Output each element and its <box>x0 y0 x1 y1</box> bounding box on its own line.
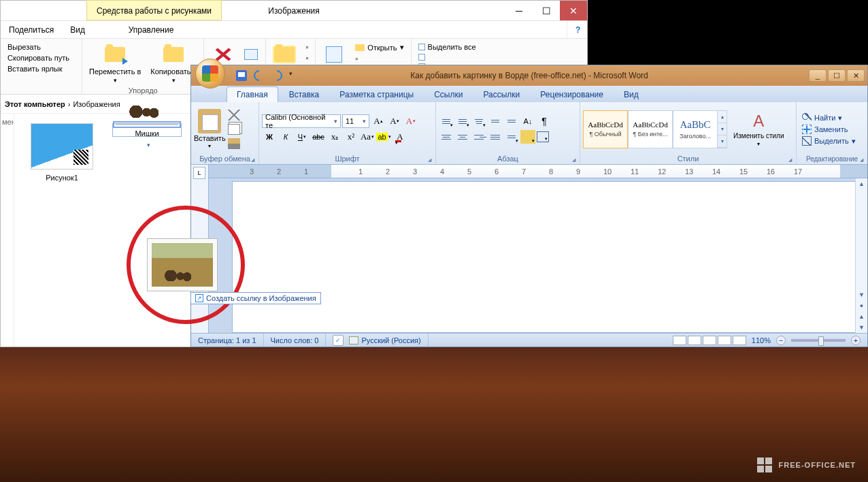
tab-mailings[interactable]: Рассылки <box>473 87 529 102</box>
borders-icon[interactable] <box>537 131 549 142</box>
styles-gallery-scroll[interactable]: ▴▾▾ <box>718 110 727 148</box>
chevron-right-icon: › <box>68 100 71 108</box>
breadcrumb-folder[interactable]: Изображения <box>73 100 120 108</box>
paste-shortcut-button[interactable]: Вставить ярлык <box>7 65 75 73</box>
tab-manage[interactable]: Управление <box>93 25 209 35</box>
bullets-icon[interactable] <box>439 114 454 128</box>
increase-indent-icon[interactable] <box>504 114 519 128</box>
tab-selector[interactable]: L <box>193 167 205 179</box>
close-button[interactable]: ✕ <box>560 1 587 20</box>
tab-references[interactable]: Ссылки <box>424 87 472 102</box>
subscript-button[interactable]: x₂ <box>327 130 342 144</box>
style-heading1[interactable]: AaBbCЗаголово... <box>673 110 718 148</box>
word-titlebar[interactable]: ▾ Как добавить картинку в Ворде (free-of… <box>191 65 867 86</box>
outline-view-icon[interactable] <box>718 336 731 345</box>
multilevel-list-icon[interactable] <box>471 114 486 128</box>
font-name-select[interactable]: Calibri (Основной те <box>262 114 341 128</box>
minimize-button[interactable]: _ <box>809 69 827 82</box>
change-case-button[interactable]: Aa <box>360 130 375 144</box>
document-page[interactable] <box>232 181 867 333</box>
select-none-button[interactable] <box>418 54 476 61</box>
qat-dropdown-icon[interactable]: ▾ <box>289 70 300 81</box>
redo-icon[interactable] <box>269 68 285 84</box>
sort-icon[interactable]: A↓ <box>520 114 535 128</box>
move-to-button[interactable]: Переместить в▾ <box>86 42 144 85</box>
copy-path-button[interactable]: Скопировать путь <box>7 54 75 62</box>
change-styles-button[interactable]: AИзменить стили▾ <box>729 110 788 148</box>
explorer-titlebar[interactable]: Средства работы с рисунками Изображения … <box>1 1 587 21</box>
superscript-button[interactable]: x² <box>344 130 358 144</box>
maximize-button[interactable]: ☐ <box>533 1 560 20</box>
tab-insert[interactable]: Вставка <box>280 87 329 102</box>
draft-view-icon[interactable] <box>733 336 746 345</box>
copy-icon[interactable] <box>228 124 240 135</box>
horizontal-ruler[interactable]: 321 1234567891011121314151617 <box>209 165 867 178</box>
open-button[interactable]: Открыть ▾ <box>355 43 403 52</box>
numbering-icon[interactable] <box>455 114 470 128</box>
zoom-slider[interactable] <box>791 339 846 342</box>
format-painter-icon[interactable] <box>228 138 240 149</box>
justify-icon[interactable] <box>488 130 503 144</box>
show-marks-icon[interactable]: ¶ <box>537 114 552 128</box>
web-layout-view-icon[interactable] <box>703 336 716 345</box>
clear-formatting-icon[interactable]: A <box>403 114 418 128</box>
file-item[interactable]: Рисунок1 <box>31 123 93 182</box>
quick-access-toolbar: ▾ <box>231 70 305 81</box>
grow-font-icon[interactable]: A▴ <box>371 114 386 128</box>
edit-button[interactable]: ▫ <box>355 54 403 63</box>
align-center-icon[interactable] <box>455 130 470 144</box>
bold-button[interactable]: Ж <box>262 130 277 144</box>
help-button[interactable]: ? <box>567 21 587 38</box>
status-word-count[interactable]: Число слов: 0 <box>264 334 327 347</box>
shrink-font-icon[interactable]: A▾ <box>387 114 402 128</box>
shortcut-icon <box>195 294 203 302</box>
style-normal[interactable]: AaBbCcDd¶ Обычный <box>583 110 628 148</box>
file-item[interactable]: Мишки <box>112 123 182 137</box>
font-size-select[interactable]: 11 <box>342 114 369 128</box>
italic-button[interactable]: К <box>278 130 293 144</box>
save-icon[interactable] <box>236 70 247 81</box>
vertical-scrollbar[interactable]: ▲▼●▲▼ <box>855 178 867 333</box>
shading-icon[interactable] <box>520 130 535 144</box>
easy-access-button[interactable]: ▫ <box>305 54 308 62</box>
tab-view[interactable]: Вид <box>614 87 648 102</box>
align-left-icon[interactable] <box>439 130 454 144</box>
contextual-tab-picture-tools[interactable]: Средства работы с рисунками <box>86 0 222 20</box>
status-language[interactable]: Русский (Россия) <box>326 334 428 347</box>
tab-share[interactable]: Поделиться <box>1 25 62 35</box>
breadcrumb-root[interactable]: Этот компьютер <box>5 100 65 108</box>
select-all-button[interactable]: Выделить все <box>418 43 476 51</box>
zoom-in-button[interactable]: + <box>851 336 861 345</box>
print-layout-view-icon[interactable] <box>673 336 686 345</box>
decrease-indent-icon[interactable] <box>488 114 503 128</box>
status-page[interactable]: Страница: 1 из 1 <box>191 334 264 347</box>
highlight-button[interactable]: ab <box>376 130 391 144</box>
underline-button[interactable]: Ч <box>295 130 310 144</box>
undo-icon[interactable] <box>252 68 267 84</box>
font-color-button[interactable]: A <box>393 130 407 144</box>
tab-review[interactable]: Рецензирование <box>531 87 613 102</box>
new-item-button[interactable]: ▫ <box>305 43 308 51</box>
strike-button[interactable]: abc <box>311 130 326 144</box>
zoom-out-button[interactable]: − <box>776 336 786 345</box>
nav-pane-edge: мена <box>1 114 14 347</box>
minimize-button[interactable]: ─ <box>505 1 533 20</box>
style-no-spacing[interactable]: AaBbCcDd¶ Без инте... <box>628 110 673 148</box>
tab-page-layout[interactable]: Разметка страницы <box>330 87 423 102</box>
align-right-icon[interactable] <box>471 130 486 144</box>
select-button[interactable]: Выделить ▾ <box>802 136 856 146</box>
full-screen-view-icon[interactable] <box>688 336 701 345</box>
paste-button[interactable]: Вставить▾ <box>194 109 226 149</box>
office-button[interactable] <box>195 59 225 89</box>
tab-home[interactable]: Главная <box>227 86 278 102</box>
line-spacing-icon[interactable] <box>504 130 519 144</box>
zoom-value[interactable]: 110% <box>752 336 771 344</box>
change-styles-icon: A <box>753 112 764 131</box>
maximize-button[interactable]: ☐ <box>828 69 846 82</box>
replace-button[interactable]: Заменить <box>802 125 856 134</box>
find-button[interactable]: Найти ▾ <box>802 113 856 123</box>
cut-icon[interactable] <box>228 110 240 120</box>
cut-button[interactable]: Вырезать <box>7 43 75 51</box>
tab-view[interactable]: Вид <box>62 25 93 35</box>
close-button[interactable]: ✕ <box>847 69 865 82</box>
